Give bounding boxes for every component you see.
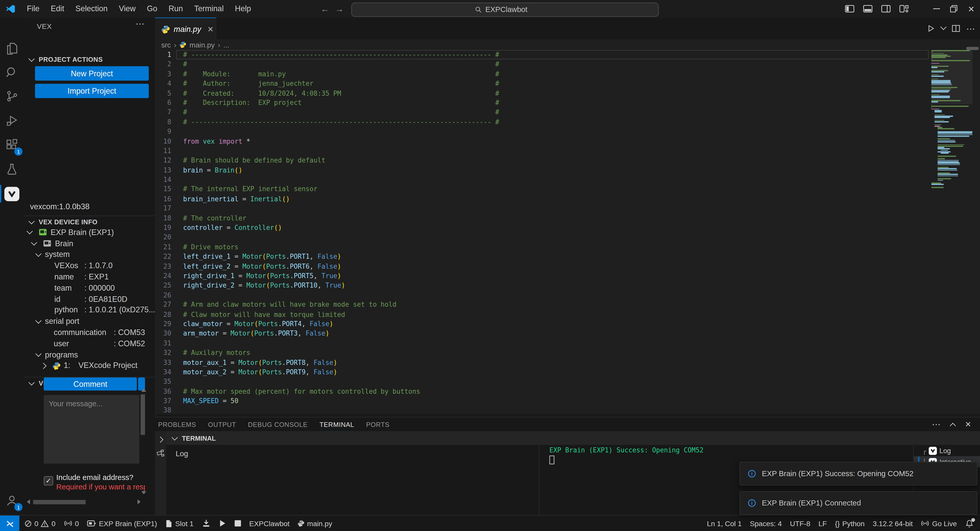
menu-item-go[interactable]: Go: [142, 3, 162, 15]
scroll-right-icon[interactable]: [138, 499, 141, 504]
code-line[interactable]: 36# Max motor speed (percent) for motors…: [155, 386, 930, 396]
code-line[interactable]: 8# -------------------------------------…: [155, 118, 930, 127]
device-status[interactable]: EXP Brain (EXP1): [87, 520, 157, 527]
terminal-group-header[interactable]: TERMINAL: [166, 431, 980, 445]
code-line[interactable]: 25right_drive_2 = Motor(Ports.PORT10, Tr…: [155, 281, 930, 291]
breadcrumb-folder[interactable]: src: [161, 41, 171, 48]
code-line[interactable]: 23left_drive_2 = Motor(Ports.PORT6, Fals…: [155, 262, 930, 271]
code-line[interactable]: 32# Auxilary motors: [155, 348, 930, 358]
code-line[interactable]: 38: [155, 406, 930, 415]
code-line[interactable]: 5# Created: 10/8/2024, 4:08:35 PM #: [155, 89, 930, 98]
code-line[interactable]: 7# #: [155, 108, 930, 118]
tree-row-communication[interactable]: communication: COM53: [24, 327, 155, 338]
code-line[interactable]: 34motor_aux_2 = Motor(Ports.PORT9, False…: [155, 367, 930, 377]
back-arrow-icon[interactable]: ←: [321, 0, 329, 17]
menu-item-terminal[interactable]: Terminal: [189, 3, 229, 15]
code-line[interactable]: 6# Description: EXP project #: [155, 98, 930, 108]
menu-item-view[interactable]: View: [114, 3, 141, 15]
go-live-button[interactable]: Go Live: [921, 519, 957, 528]
toggle-secondary-sidebar-icon[interactable]: [881, 5, 891, 13]
code-line[interactable]: 19controller = Controller(): [155, 223, 930, 233]
code-line[interactable]: 18# The controller: [155, 213, 930, 223]
toggle-sidebar-icon[interactable]: [845, 5, 854, 13]
tab-output[interactable]: OUTPUT: [208, 417, 236, 431]
notification-toast[interactable]: EXP Brain (EXP1) Success: Opening COM52: [739, 462, 977, 486]
tree-row-programs[interactable]: programs: [24, 349, 155, 360]
code-line[interactable]: 2# #: [155, 60, 930, 69]
python-interpreter-status[interactable]: 3.12.2 64-bit: [873, 520, 913, 527]
feedback-vertical-scrollbar[interactable]: [141, 394, 145, 435]
split-terminal-icon[interactable]: [156, 448, 165, 457]
close-window-button[interactable]: ✕: [963, 0, 980, 17]
vex-feedback-status[interactable]: 0: [64, 519, 79, 528]
section-device-info[interactable]: VEX DEVICE INFO: [24, 216, 155, 227]
code-editor[interactable]: 1# -------------------------------------…: [155, 50, 930, 416]
tree-row-1-[interactable]: 1:VEXcode Project: [24, 360, 155, 372]
encoding-status[interactable]: UTF-8: [790, 520, 810, 527]
sidebar-item-source-control[interactable]: [3, 87, 21, 105]
language-status[interactable]: {} Python: [835, 520, 865, 527]
code-line[interactable]: 10from vex import *: [155, 137, 930, 146]
cursor-position-status[interactable]: Ln 1, Col 1: [707, 520, 741, 527]
scroll-down-icon[interactable]: [141, 491, 146, 494]
maximize-panel-icon[interactable]: [950, 423, 956, 429]
terminal-pane-log[interactable]: Log: [166, 445, 539, 516]
tree-row-name[interactable]: name: EXP1: [24, 271, 155, 283]
code-line[interactable]: 29claw_motor = Motor(Ports.PORT4, False): [155, 319, 930, 329]
project-name-status[interactable]: EXPClawbot: [249, 520, 290, 527]
menu-item-help[interactable]: Help: [230, 3, 256, 15]
toggle-panel-icon[interactable]: [863, 5, 873, 13]
code-line[interactable]: 17: [155, 204, 930, 213]
code-line[interactable]: 24right_drive_1 = Motor(Ports.PORT5, Tru…: [155, 271, 930, 281]
code-line[interactable]: 4# Author: jenna_juechter #: [155, 79, 930, 89]
tab-close-icon[interactable]: ✕: [207, 25, 214, 33]
account-button[interactable]: 1: [3, 492, 21, 509]
run-dropdown-chevron-icon[interactable]: [940, 24, 947, 30]
active-file-status[interactable]: main.py: [298, 520, 332, 527]
code-line[interactable]: 15# The internal EXP inertial sensor: [155, 185, 930, 194]
problems-status[interactable]: 0 0: [24, 520, 56, 527]
code-line[interactable]: 22left_drive_1 = Motor(Ports.PORT1, Fals…: [155, 252, 930, 262]
tree-row-brain[interactable]: Brain: [24, 238, 155, 249]
code-line[interactable]: 28# Claw motor will have max torque limi…: [155, 310, 930, 320]
run-python-file-icon[interactable]: [927, 24, 935, 33]
include-email-checkbox[interactable]: ✓: [44, 476, 53, 486]
code-line[interactable]: 13brain = Brain(): [155, 165, 930, 175]
new-project-button[interactable]: New Project: [35, 66, 149, 81]
forward-arrow-icon[interactable]: →: [335, 0, 344, 17]
tab-problems[interactable]: PROBLEMS: [158, 417, 196, 431]
minimize-button[interactable]: [928, 0, 945, 17]
code-line[interactable]: 12# Brain should be defined by default: [155, 156, 930, 165]
code-line[interactable]: 14: [155, 175, 930, 185]
menu-item-edit[interactable]: Edit: [46, 3, 69, 15]
tree-row-system[interactable]: system: [24, 249, 155, 260]
code-line[interactable]: 3# Module: main.py #: [155, 69, 930, 79]
breadcrumb[interactable]: src › main.py › ...: [155, 39, 931, 50]
panel-more-actions-icon[interactable]: ⋯: [932, 419, 940, 429]
command-center-search[interactable]: [351, 2, 659, 17]
section-project-actions[interactable]: PROJECT ACTIONS: [24, 54, 155, 65]
scroll-up-icon[interactable]: [141, 389, 146, 392]
tree-row-team[interactable]: team: 000000: [24, 283, 155, 294]
remote-indicator[interactable]: [0, 515, 19, 531]
search-input[interactable]: [485, 5, 535, 14]
feedback-horizontal-scrollbar[interactable]: [33, 500, 86, 504]
tab-ports[interactable]: PORTS: [366, 417, 390, 431]
import-project-button[interactable]: Import Project: [35, 84, 149, 98]
expand-icon[interactable]: [157, 437, 163, 443]
code-line[interactable]: 27# Arm and claw motors will have brake …: [155, 300, 930, 310]
tree-row-serial-port[interactable]: serial port: [24, 316, 155, 327]
close-panel-icon[interactable]: ✕: [965, 420, 971, 429]
sidebar-item-run-debug[interactable]: [3, 112, 21, 129]
code-line[interactable]: 9: [155, 127, 930, 137]
sidebar-item-extensions[interactable]: 1: [3, 136, 21, 154]
run-program-button[interactable]: [219, 519, 226, 528]
notification-toast[interactable]: EXP Brain (EXP1) Connected: [739, 491, 977, 515]
breadcrumb-symbol[interactable]: ...: [223, 41, 229, 48]
tree-row-vexos[interactable]: VEXos: 1.0.7.0: [24, 260, 155, 272]
code-line[interactable]: 20: [155, 233, 930, 242]
editor-scrollbar-thumb[interactable]: [966, 47, 979, 50]
notifications-bell-button[interactable]: [965, 519, 974, 528]
code-line[interactable]: 37MAX_SPEED = 50: [155, 396, 930, 406]
feedback-message-input[interactable]: Your message...: [44, 395, 139, 464]
